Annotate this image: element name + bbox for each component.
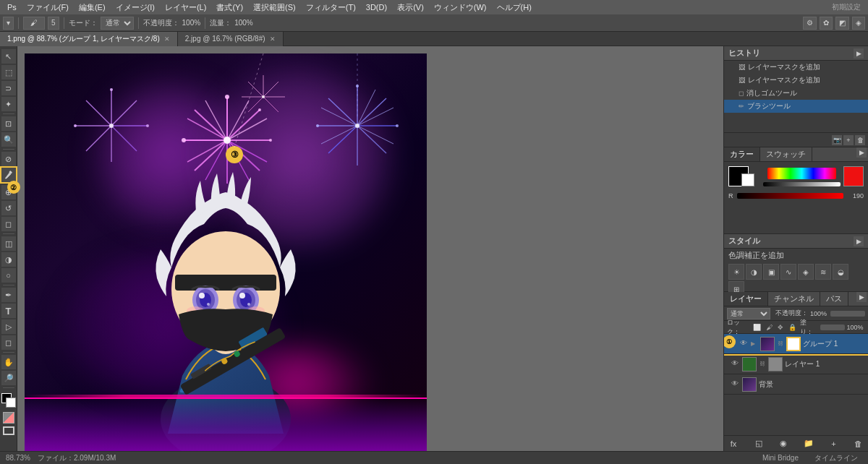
bg-color[interactable] [6, 398, 16, 408]
layers-tab-channels[interactable]: チャンネル [768, 292, 820, 306]
spot-heal-tool[interactable]: ⊘ [1, 152, 16, 166]
opacity-slider[interactable] [830, 311, 865, 317]
adj-levels-btn[interactable]: ▣ [763, 264, 779, 280]
lasso-tool[interactable]: ⊃ [1, 81, 16, 95]
history-menu-btn[interactable]: ▶ [854, 48, 864, 59]
color-brightness-bar[interactable] [763, 182, 841, 186]
tablet-btn[interactable]: ◩ [835, 17, 849, 30]
marquee-tool[interactable]: ⬚ [1, 65, 16, 80]
adj-hue-btn[interactable]: ◒ [833, 264, 848, 280]
layer-adj-btn[interactable]: ◉ [777, 437, 790, 450]
airbrush-btn[interactable]: ✿ [820, 17, 833, 30]
eyedropper-tool[interactable]: 🔍 [1, 132, 16, 147]
color-tab-color[interactable]: カラー [724, 147, 760, 161]
move-tool[interactable]: ↖ [1, 49, 16, 64]
hand-tool[interactable]: ✋ [1, 355, 16, 369]
layer-item-group1[interactable]: ① 👁 ▶ ⛓ グループ 1 [724, 334, 868, 354]
color-swatch[interactable] [1, 393, 16, 408]
tab-2-close[interactable]: ✕ [270, 35, 276, 43]
layer-arrow-group1[interactable]: ▶ [751, 340, 758, 347]
menu-image[interactable]: イメージ(I) [111, 1, 159, 14]
menu-window[interactable]: ウィンドウ(W) [430, 1, 491, 14]
zoom-tool[interactable]: 🔎 [1, 371, 16, 385]
layers-tab-layers[interactable]: レイヤー [724, 292, 768, 306]
gradient-tool[interactable]: ◫ [1, 236, 16, 251]
brush-tool active[interactable] [1, 168, 16, 182]
menu-file[interactable]: ファイル(F) [22, 1, 73, 14]
main-canvas[interactable]: ③ [25, 53, 427, 451]
svg-point-58 [262, 95, 265, 98]
layer-delete-btn[interactable]: 🗑 [852, 437, 865, 450]
color-panel-menu[interactable]: ▶ [856, 147, 867, 158]
adj-contrast-btn[interactable]: ◑ [746, 264, 762, 280]
blur-tool[interactable]: ◑ [1, 252, 16, 267]
adj-menu-btn[interactable]: ▶ [854, 236, 864, 246]
history-item-1[interactable]: 🖼 レイヤーマスクを追加 [724, 74, 868, 87]
menu-view[interactable]: 表示(V) [393, 1, 428, 14]
history-item-3[interactable]: ✏ ブラシツール [724, 100, 868, 113]
mini-bridge-tab[interactable]: Mini Bridge [758, 452, 803, 463]
crop-tool[interactable]: ⊡ [1, 116, 16, 131]
lock-transparent-btn[interactable]: ⬜ [752, 323, 762, 332]
layer-fx-btn[interactable]: fx [727, 437, 740, 450]
bg-color-box[interactable] [741, 173, 754, 186]
dodge-tool[interactable]: ○ [1, 268, 16, 283]
mode-select[interactable]: 通常 [101, 17, 134, 30]
tab-2[interactable]: 2.jpg @ 16.7% (RGB/8#) ✕ [178, 32, 284, 46]
layer-mask-btn[interactable]: ◱ [752, 437, 765, 450]
adj-bright-btn[interactable]: ☀ [728, 264, 744, 280]
menu-help[interactable]: ヘルプ(H) [493, 1, 536, 14]
history-new-snapshot[interactable]: 📷 [832, 135, 842, 145]
type-tool[interactable]: T [1, 304, 16, 318]
layer-item-layer1[interactable]: 👁 ⛓ レイヤー 1 [724, 354, 868, 374]
history-brush-tool[interactable]: ↺ [1, 201, 16, 215]
lock-all-btn[interactable]: 🔒 [787, 323, 798, 332]
layer-eye-bg[interactable]: 👁 [730, 379, 740, 390]
menu-ps[interactable]: Ps [3, 1, 21, 13]
canvas-area[interactable]: ③ [17, 46, 723, 451]
adj-vibrance-btn[interactable]: ≋ [815, 264, 831, 280]
lock-image-btn[interactable]: 🖌 [765, 323, 774, 332]
tab-1-close[interactable]: ✕ [164, 35, 170, 43]
menu-select[interactable]: 選択範囲(S) [249, 1, 300, 14]
pressure-btn[interactable]: ⚙ [803, 17, 817, 30]
layer-group-btn[interactable]: 📁 [802, 437, 815, 450]
layer-eye-group1[interactable]: 👁 [739, 339, 749, 349]
pen-tool[interactable]: ✒ [1, 288, 16, 302]
menu-3d[interactable]: 3D(D) [362, 1, 391, 13]
menu-edit[interactable]: 編集(E) [75, 1, 110, 14]
wand-tool[interactable]: ✦ [1, 97, 16, 111]
layers-tab-paths[interactable]: パス [820, 292, 848, 306]
shape-tool[interactable]: ◻ [1, 335, 16, 350]
lock-position-btn[interactable]: ✥ [776, 323, 785, 332]
layer-eye-layer1[interactable]: 👁 [730, 359, 740, 369]
history-item-0[interactable]: 🖼 レイヤーマスクを追加 [724, 61, 868, 74]
adj-curves-btn[interactable]: ∿ [780, 264, 796, 280]
layers-menu-btn[interactable]: ▶ [856, 292, 867, 302]
extra-btn[interactable]: ◈ [852, 17, 865, 30]
eraser-tool[interactable]: ◻ [1, 217, 16, 231]
menu-format[interactable]: 書式(Y) [212, 1, 247, 14]
tab-1[interactable]: 1.png @ 88.7% (グループ 1, レイヤーマスク/8) ✕ [0, 32, 178, 46]
options-bar: ▾ 🖌 5 モード： 通常 不透明度： 100% 流量： 100% ⚙ ✿ ◩ … [0, 14, 868, 32]
brush-size-btn[interactable]: 5 [48, 17, 59, 30]
path-select-tool[interactable]: ▷ [1, 319, 16, 334]
tool-preset-btn[interactable]: ▾ [3, 17, 14, 30]
layer-item-bg[interactable]: 👁 背景 [724, 374, 868, 395]
menu-filter[interactable]: フィルター(T) [302, 1, 360, 14]
history-create-layer[interactable]: + [843, 135, 854, 145]
menu-layer[interactable]: レイヤー(L) [161, 1, 210, 14]
history-delete[interactable]: 🗑 [855, 135, 865, 145]
layer-new-btn[interactable]: + [827, 437, 840, 450]
history-item-2[interactable]: ◻ 消しゴムツール [724, 87, 868, 100]
fill-slider[interactable] [820, 325, 845, 330]
color-gradient-bar[interactable] [767, 168, 836, 179]
brush-preset-btn[interactable]: 🖌 [23, 17, 45, 30]
r-slider-track[interactable] [737, 193, 843, 199]
current-color-preview[interactable] [843, 166, 864, 186]
adj-exposure-btn[interactable]: ◈ [798, 264, 814, 280]
timeline-tab[interactable]: タイムライン [810, 452, 862, 465]
quick-mask-btn[interactable] [3, 412, 14, 424]
screen-mode-btn[interactable] [3, 426, 14, 435]
color-tab-swatches[interactable]: スウォッチ [760, 147, 812, 161]
